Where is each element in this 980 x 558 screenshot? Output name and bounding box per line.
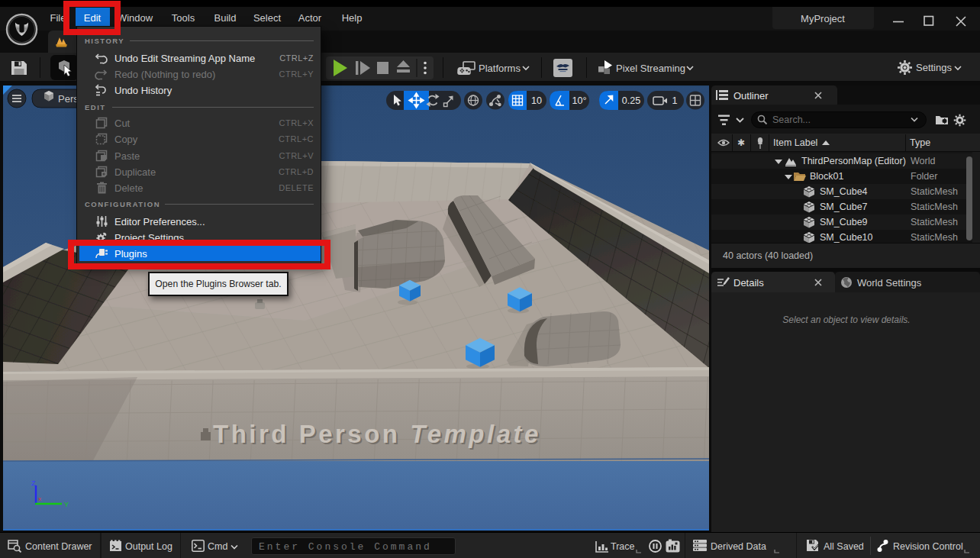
- svg-text:10: 10: [531, 95, 542, 106]
- svg-text:0.25: 0.25: [622, 95, 640, 106]
- svg-text:10°: 10°: [572, 95, 587, 106]
- svg-text:Z: Z: [31, 479, 36, 487]
- svg-text:x: x: [38, 495, 41, 502]
- svg-text:Y: Y: [64, 501, 69, 508]
- svg-text:Third Person Template: Third Person Template: [213, 420, 541, 448]
- svg-text:1: 1: [672, 95, 678, 106]
